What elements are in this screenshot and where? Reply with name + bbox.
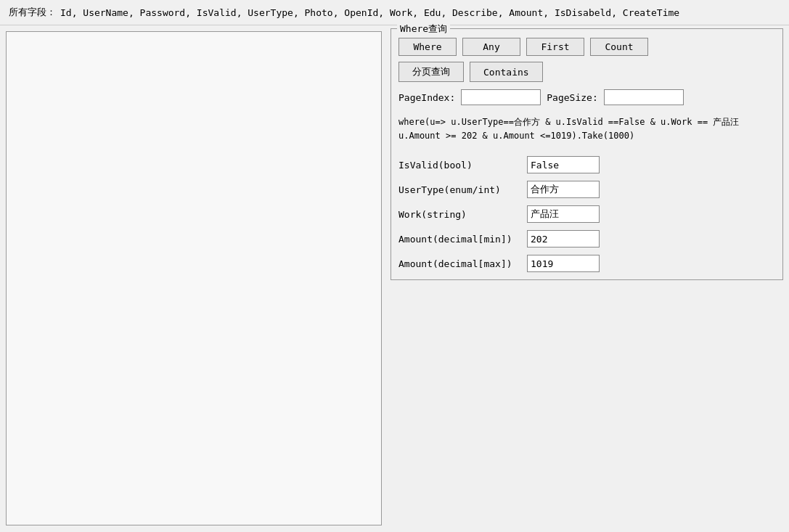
field-input-0[interactable]	[527, 156, 600, 173]
page-index-row: PageIndex: PageSize:	[398, 89, 775, 105]
field-label-4: Amount(decimal[max])	[398, 258, 518, 269]
left-panel	[6, 31, 382, 525]
field-label-1: UserType(enum/int)	[398, 184, 518, 195]
top-bar: 所有字段： Id, UserName, Password, IsValid, U…	[0, 0, 789, 25]
field-row-2: Work(string)	[398, 205, 775, 223]
main-content: Where查询 Where Any First Count 分页查询 Conta…	[0, 25, 789, 531]
page-query-button[interactable]: 分页查询	[398, 62, 464, 82]
field-label-2: Work(string)	[398, 209, 518, 220]
field-row-0: IsValid(bool)	[398, 156, 775, 173]
count-button[interactable]: Count	[590, 38, 648, 56]
query-preview: where(u=> u.UserType==合作方 & u.IsValid ==…	[398, 112, 775, 146]
field-label-3: Amount(decimal[min])	[398, 234, 518, 245]
field-label-0: IsValid(bool)	[398, 160, 518, 171]
contains-button[interactable]: Contains	[470, 62, 543, 82]
secondary-button-row: 分页查询 Contains	[398, 62, 775, 82]
field-row-3: Amount(decimal[min])	[398, 230, 775, 247]
fields-list: Id, UserName, Password, IsValid, UserTyp…	[60, 7, 679, 18]
any-button[interactable]: Any	[462, 38, 520, 56]
page-size-input[interactable]	[604, 89, 684, 105]
where-button[interactable]: Where	[398, 38, 457, 56]
page-index-input[interactable]	[461, 89, 541, 105]
field-input-1[interactable]	[527, 181, 600, 198]
where-group-legend: Where查询	[397, 22, 450, 36]
page-size-label: PageSize:	[547, 92, 597, 103]
right-panel: Where查询 Where Any First Count 分页查询 Conta…	[388, 25, 789, 531]
field-input-4[interactable]	[527, 255, 600, 272]
fields-label: 所有字段：	[9, 6, 56, 19]
field-input-3[interactable]	[527, 230, 600, 247]
field-input-2[interactable]	[527, 205, 600, 223]
main-button-row: Where Any First Count	[398, 38, 775, 56]
field-row-1: UserType(enum/int)	[398, 181, 775, 198]
field-row-4: Amount(decimal[max])	[398, 255, 775, 272]
first-button[interactable]: First	[526, 38, 584, 56]
fields-section: IsValid(bool)UserType(enum/int)Work(stri…	[398, 156, 775, 272]
where-group: Where查询 Where Any First Count 分页查询 Conta…	[391, 28, 783, 280]
page-index-label: PageIndex:	[398, 92, 455, 103]
